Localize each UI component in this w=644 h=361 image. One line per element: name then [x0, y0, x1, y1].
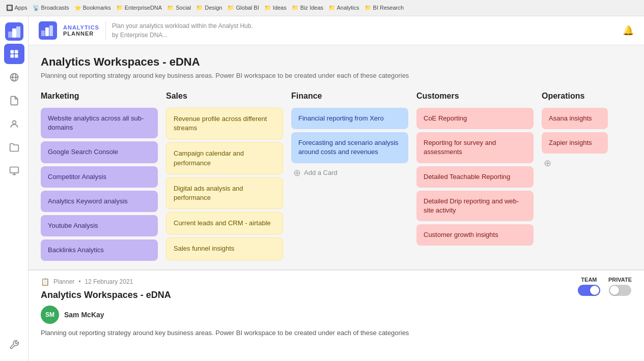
toggle-private-label: PRIVATE [608, 277, 632, 283]
bottom-panel-wrapper: 📋 Planner • 12 February 2021 Analytics W… [29, 269, 644, 361]
card-backlinks-analytics[interactable]: Backlinks Analytics [41, 239, 158, 261]
column-cards-operations: Asana insights Zapier insights [542, 108, 608, 154]
card-forecasting[interactable]: Forecasting and scenario analysis around… [291, 132, 408, 163]
card-digital-ads[interactable]: Digital ads analysis and performance [166, 177, 283, 209]
user-name: Sam McKay [64, 311, 104, 319]
column-sales: Sales Revenue profile across different s… [166, 89, 283, 264]
globalbi-tab[interactable]: 📁 Global BI [227, 5, 259, 11]
card-campaign-calendar[interactable]: Campaign calendar and performance [166, 142, 283, 174]
planner-label: Planner [53, 278, 74, 285]
header-divider [105, 21, 106, 40]
board-area: Analytics Workspaces - eDNA Planning out… [29, 45, 644, 269]
browser-bar: 🔲 Apps 📡 Broadcasts ⭐ Bookmarks 📁 Enterp… [0, 0, 644, 16]
column-finance: Finance Financial reporting from Xero Fo… [291, 89, 408, 264]
bookmarks-tab[interactable]: ⭐ Bookmarks [74, 5, 111, 11]
sidebar-item-monitor[interactable] [4, 161, 24, 181]
column-header-operations: Operations [542, 89, 608, 103]
toggle-private-knob [610, 286, 619, 295]
broadcasts-tab[interactable]: 📡 Broadcasts [33, 5, 69, 11]
column-header-customers: Customers [416, 89, 534, 103]
add-circle-icon: ⊕ [293, 167, 301, 178]
card-detailed-drip[interactable]: Detailed Drip reporting and web-site act… [416, 191, 534, 221]
column-operations: Operations Asana insights Zapier insight… [542, 89, 608, 264]
card-youtube-analysis[interactable]: Youtube Analysis [41, 215, 158, 236]
bottom-panel: 📋 Planner • 12 February 2021 Analytics W… [29, 269, 644, 361]
bottom-meta: 📋 Planner • 12 February 2021 [41, 278, 632, 286]
column-cards-sales: Revenue profile across different streams… [166, 108, 283, 260]
card-current-leads[interactable]: Current leads and CRM - airtable [166, 212, 283, 234]
page-title: Analytics Workspaces - eDNA [41, 55, 632, 69]
svg-rect-6 [10, 54, 14, 58]
bottom-title: Analytics Workspaces - eDNA [41, 290, 632, 300]
column-customers: Customers CoE Reporting Reporting for su… [416, 89, 534, 264]
biresearch-tab[interactable]: 📁 BI Research [365, 5, 404, 11]
bottom-toggles: TEAM PRIVATE [578, 269, 632, 296]
sidebar [0, 16, 29, 361]
card-sales-funnel[interactable]: Sales funnel insights [166, 237, 283, 260]
header-right: 🔔 [623, 25, 634, 36]
sidebar-item-folder[interactable] [4, 137, 24, 158]
bizideas-tab[interactable]: 📁 Biz Ideas [292, 5, 323, 11]
apps-tab[interactable]: 🔲 Apps [6, 5, 27, 11]
card-competitor-analysis[interactable]: Competitor Analysis [41, 166, 158, 188]
card-google-search-console[interactable]: Google Search Console [41, 141, 158, 163]
column-cards-customers: CoE Reporting Reporting for survey and a… [416, 108, 534, 246]
card-asana-insights[interactable]: Asana insights [542, 108, 608, 129]
bottom-description: Planning out reporting strategy around k… [41, 329, 632, 337]
social-tab[interactable]: 📁 Social [167, 5, 191, 11]
add-card-operations[interactable]: ⊕ [542, 154, 608, 173]
notification-bell-icon[interactable]: 🔔 [623, 25, 634, 36]
svg-rect-1 [8, 32, 12, 38]
ideas-tab[interactable]: 📁 Ideas [264, 5, 287, 11]
sidebar-item-person[interactable] [4, 114, 24, 134]
svg-rect-4 [10, 50, 14, 54]
column-header-marketing: Marketing [41, 89, 158, 103]
svg-rect-18 [49, 25, 53, 36]
bottom-user: SM Sam McKay [41, 306, 632, 324]
add-circle-icon-ops: ⊕ [544, 158, 551, 169]
logo-area: ANALYTICS PLANNER Plan your analytics wo… [39, 21, 253, 40]
svg-rect-7 [14, 54, 18, 58]
add-card-label: Add a Card [304, 169, 338, 176]
enterprisedna-tab[interactable]: 📁 EnterpriseDNA [116, 5, 162, 11]
svg-rect-3 [16, 26, 20, 38]
svg-rect-5 [14, 50, 18, 54]
svg-point-11 [12, 121, 16, 124]
card-website-analytics[interactable]: Website analytics across all sub-domains [41, 108, 158, 138]
card-customer-growth[interactable]: Customer growth insights [416, 224, 534, 246]
app-logo [5, 22, 23, 41]
design-tab[interactable]: 📁 Design [196, 5, 222, 11]
header-subtitle: Plan your analytics workload within the … [112, 21, 253, 40]
card-analytics-keyword[interactable]: Analytics Keyword analysis [41, 191, 158, 212]
column-header-sales: Sales [166, 89, 283, 103]
toggle-group-private: PRIVATE [608, 277, 632, 296]
toggle-team-label: TEAM [581, 277, 597, 283]
board-header: Analytics Workspaces - eDNA Planning out… [29, 45, 644, 84]
avatar: SM [41, 306, 59, 324]
toggle-group-team: TEAM [578, 277, 600, 296]
toggle-team-switch[interactable] [578, 285, 600, 296]
card-financial-reporting[interactable]: Financial reporting from Xero [291, 108, 408, 129]
logo-text: ANALYTICS PLANNER [63, 24, 99, 37]
board-columns: Marketing Website analytics across all s… [29, 84, 644, 269]
svg-rect-16 [41, 31, 45, 36]
sidebar-item-globe[interactable] [4, 67, 24, 87]
sidebar-item-grid[interactable] [4, 44, 24, 64]
sidebar-item-file[interactable] [4, 91, 24, 111]
sidebar-item-wrench[interactable] [4, 335, 24, 355]
meta-separator: • [78, 278, 80, 285]
add-card-finance[interactable]: ⊕ Add a Card [291, 163, 408, 183]
svg-rect-17 [45, 27, 49, 36]
card-zapier-insights[interactable]: Zapier insights [542, 132, 608, 154]
bottom-date: 12 February 2021 [85, 278, 133, 285]
card-revenue-profile[interactable]: Revenue profile across different streams [166, 108, 283, 139]
svg-rect-12 [10, 167, 18, 173]
toggle-team-knob [590, 286, 599, 295]
card-reporting-survey[interactable]: Reporting for survey and assessments [416, 132, 534, 163]
card-coe-reporting[interactable]: CoE Reporting [416, 108, 534, 129]
svg-rect-2 [12, 28, 16, 38]
top-header: ANALYTICS PLANNER Plan your analytics wo… [29, 16, 644, 45]
analytics-tab[interactable]: 📁 Analytics [328, 5, 359, 11]
toggle-private-switch[interactable] [609, 285, 631, 296]
card-detailed-teachable[interactable]: Detailed Teachable Reporting [416, 166, 534, 188]
